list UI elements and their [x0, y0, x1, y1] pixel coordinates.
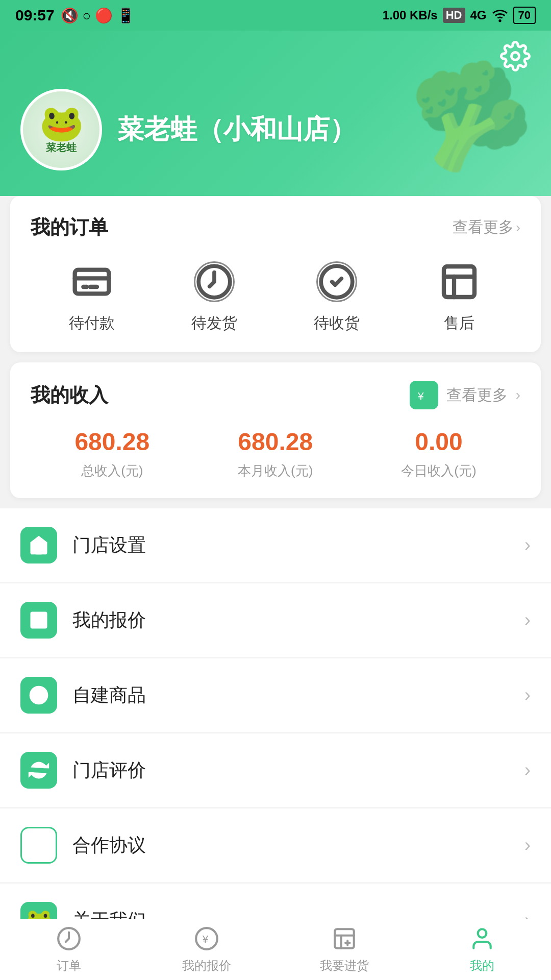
order-item-pending-pay[interactable]: 待付款 — [69, 259, 115, 334]
list-icon — [28, 609, 50, 631]
orders-more-button[interactable]: 查看更多 › — [453, 217, 520, 238]
svg-text:¥: ¥ — [417, 390, 424, 402]
hd-badge: HD — [443, 8, 465, 23]
store-icon — [28, 534, 50, 556]
cooperation-label: 合作协议 — [72, 833, 524, 858]
orders-chevron: › — [516, 219, 520, 236]
svg-rect-9 — [31, 612, 47, 629]
mine-nav-icon — [469, 926, 495, 953]
purchase-nav-icon — [332, 926, 357, 953]
network-speed: 1.00 KB/s — [383, 8, 438, 22]
add-circle-icon — [28, 684, 50, 706]
svg-text:¥: ¥ — [202, 933, 209, 945]
custom-product-label: 自建商品 — [72, 683, 524, 708]
pending-ship-icon — [191, 259, 237, 305]
pending-pay-icon — [69, 259, 115, 305]
store-settings-icon-wrap — [20, 527, 57, 564]
menu-item-my-quote[interactable]: 我的报价 › — [0, 583, 551, 657]
svg-point-0 — [499, 20, 500, 21]
profile-row: 🐸 菜老蛙 菜老蛙（小和山店） — [20, 89, 531, 170]
svg-point-24 — [478, 929, 487, 938]
income-card-header: 我的收入 ¥ 查看更多 › — [31, 381, 520, 409]
after-sale-icon — [436, 259, 482, 305]
bottom-nav: 订单 ¥ 我的报价 我要进货 — [0, 919, 551, 980]
yuan-icon: ¥ — [415, 386, 433, 404]
store-review-icon-wrap — [20, 752, 57, 789]
nav-item-mine[interactable]: 我的 — [413, 919, 551, 980]
my-quote-nav-label: 我的报价 — [182, 958, 231, 974]
main-content: 我的订单 查看更多 › 待付款 — [0, 186, 551, 980]
income-card: 我的收入 ¥ 查看更多 › 680.28 总收入(元) 680.28 本月收入(… — [10, 362, 541, 498]
orders-card: 我的订单 查看更多 › 待付款 — [10, 196, 541, 352]
menu-list: 门店设置 › 我的报价 › — [0, 508, 551, 957]
income-title: 我的收入 — [31, 382, 108, 408]
menu-item-custom-product[interactable]: 自建商品 › — [0, 658, 551, 732]
orders-card-header: 我的订单 查看更多 › — [31, 214, 520, 240]
status-right: 1.00 KB/s HD 4G 70 — [383, 7, 536, 24]
order-item-pending-ship[interactable]: 待发货 — [191, 259, 237, 334]
svg-rect-5 — [444, 266, 474, 297]
income-monthly-desc: 本月收入(元) — [238, 462, 313, 480]
avatar-label: 菜老蛙 — [46, 141, 77, 155]
status-icons: 🔇 ○ 🔴 📱 — [61, 7, 135, 24]
my-quote-label: 我的报价 — [72, 608, 524, 633]
svg-point-13 — [30, 686, 48, 705]
income-today-desc: 今日收入(元) — [401, 462, 476, 480]
order-icons-row: 待付款 待发货 — [31, 259, 520, 334]
nav-item-my-quote[interactable]: ¥ 我的报价 — [138, 919, 276, 980]
pending-ship-label: 待发货 — [191, 313, 237, 334]
settings-button[interactable] — [500, 41, 531, 74]
avatar[interactable]: 🐸 菜老蛙 — [20, 89, 102, 170]
status-bar: 09:57 🔇 ○ 🔴 📱 1.00 KB/s HD 4G 70 — [0, 0, 551, 31]
pending-receive-icon — [314, 259, 360, 305]
svg-rect-19 — [335, 929, 354, 948]
header: 🥦 🐸 菜老蛙 菜老蛙（小和山店） — [0, 31, 551, 196]
battery-indicator: 70 — [513, 7, 536, 24]
income-total-value: 680.28 — [74, 428, 149, 456]
after-sale-label: 售后 — [444, 313, 474, 334]
mine-nav-label: 我的 — [470, 958, 494, 974]
my-quote-chevron: › — [524, 609, 531, 631]
avatar-frog-emoji: 🐸 — [39, 105, 84, 141]
income-today-value: 0.00 — [415, 428, 462, 456]
my-quote-nav-icon: ¥ — [194, 926, 219, 953]
store-review-label: 门店评价 — [72, 758, 524, 783]
my-quote-icon-wrap — [20, 602, 57, 639]
store-settings-chevron: › — [524, 534, 531, 556]
orders-title: 我的订单 — [31, 214, 108, 240]
income-icon-box: ¥ — [410, 381, 438, 409]
custom-product-chevron: › — [524, 684, 531, 706]
svg-point-1 — [512, 53, 519, 60]
income-more-button[interactable]: ¥ 查看更多 › — [410, 381, 520, 409]
svg-rect-2 — [75, 270, 109, 294]
cooperation-icon-wrap — [20, 827, 57, 864]
store-settings-label: 门店设置 — [72, 533, 524, 558]
store-review-chevron: › — [524, 760, 531, 781]
nav-item-orders[interactable]: 订单 — [0, 919, 138, 980]
pending-pay-label: 待付款 — [69, 313, 115, 334]
menu-item-store-review[interactable]: 门店评价 › — [0, 733, 551, 807]
purchase-nav-label: 我要进货 — [320, 958, 369, 974]
orders-nav-label: 订单 — [57, 958, 81, 974]
income-total-desc: 总收入(元) — [81, 462, 143, 480]
orders-nav-icon — [56, 926, 82, 953]
order-item-pending-receive[interactable]: 待收货 — [314, 259, 360, 334]
custom-product-icon-wrap — [20, 677, 57, 714]
income-row: 680.28 总收入(元) 680.28 本月收入(元) 0.00 今日收入(元… — [31, 428, 520, 480]
income-monthly-value: 680.28 — [238, 428, 313, 456]
status-time: 09:57 — [15, 7, 55, 24]
store-name: 菜老蛙（小和山店） — [117, 112, 356, 148]
wifi-icon — [492, 7, 508, 23]
menu-item-cooperation[interactable]: 合作协议 › — [0, 808, 551, 883]
income-today: 0.00 今日收入(元) — [401, 428, 476, 480]
signal-badge: 4G — [470, 8, 487, 22]
circle-check-icon — [28, 834, 50, 856]
cooperation-chevron: › — [524, 835, 531, 856]
order-item-after-sale[interactable]: 售后 — [436, 259, 482, 334]
refresh-icon — [28, 759, 50, 781]
income-monthly: 680.28 本月收入(元) — [238, 428, 313, 480]
pending-receive-label: 待收货 — [314, 313, 360, 334]
income-total: 680.28 总收入(元) — [74, 428, 149, 480]
menu-item-store-settings[interactable]: 门店设置 › — [0, 508, 551, 582]
nav-item-purchase[interactable]: 我要进货 — [276, 919, 413, 980]
